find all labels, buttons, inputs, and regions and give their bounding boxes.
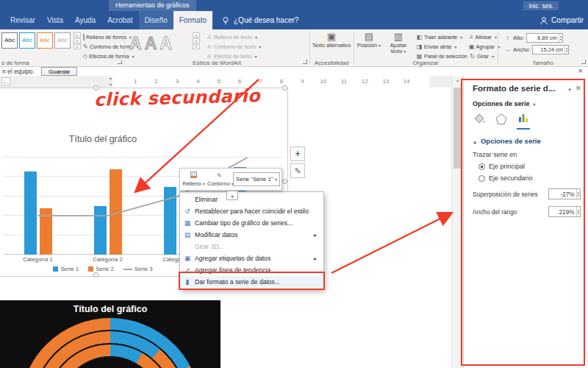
contextual-ribbon-tabs: DiseñoFormato bbox=[139, 11, 212, 29]
series-combo-dropdown-button[interactable] bbox=[226, 191, 238, 200]
chart-styles-button[interactable] bbox=[290, 163, 305, 178]
width-input[interactable]: 15,24 cm▴▾ bbox=[532, 45, 569, 54]
gallery-scroll-buttons[interactable]: ▴▾▾ bbox=[74, 32, 81, 49]
fill-button[interactable]: Relleno bbox=[182, 171, 206, 188]
height-label: Alto: bbox=[513, 35, 524, 41]
shape-style-sample[interactable]: Abc bbox=[54, 32, 71, 49]
context-menu-item-label: Agregar etiquetas de datos bbox=[195, 255, 314, 262]
sunburst-title: Título del gráfico bbox=[0, 304, 220, 314]
chart-legend[interactable]: Serie 1Serie 2Serie 3 bbox=[0, 266, 206, 272]
tab-selector-icon[interactable] bbox=[1, 77, 10, 86]
selection-handle[interactable] bbox=[282, 85, 287, 91]
save-button[interactable]: Guardar bbox=[41, 67, 77, 76]
dialog-launcher-icon[interactable] bbox=[303, 60, 307, 64]
chart-elements-button[interactable] bbox=[290, 146, 305, 161]
rotate-icon bbox=[469, 53, 476, 60]
context-menu-item[interactable]: Eliminar bbox=[180, 194, 323, 205]
context-menu-item[interactable]: ↺Restablecer para hacer coincidir el est… bbox=[180, 205, 323, 217]
person-icon bbox=[539, 16, 548, 25]
gallery-down-icon: ▾ bbox=[193, 38, 200, 43]
indent-marker-bottom-icon[interactable]: ▴ bbox=[110, 81, 112, 86]
annotation-highlight-pane bbox=[461, 79, 585, 366]
alt-text-icon bbox=[312, 31, 351, 43]
dialog-launcher-icon[interactable] bbox=[581, 60, 586, 64]
shape-outline-button[interactable]: Contorno de forma bbox=[83, 42, 123, 51]
tab-formato[interactable]: Formato bbox=[173, 11, 212, 29]
bring-forward-button[interactable]: Traer adelante bbox=[416, 32, 467, 41]
close-icon[interactable]: × bbox=[578, 67, 583, 75]
alt-text-button[interactable]: Texto alternativo bbox=[312, 31, 351, 49]
text-effects-icon: A bbox=[206, 53, 212, 60]
context-menu-item-label: Modificar datos bbox=[195, 231, 314, 238]
spinner[interactable]: ▴▾ bbox=[564, 46, 568, 54]
send-backward-button[interactable]: Enviar atrás bbox=[416, 42, 467, 51]
wrap-text-button[interactable]: Ajustar texto bbox=[384, 31, 413, 54]
ribbon-tab-row: RevisarVistaAyudaAcrobat DiseñoFormato ¿… bbox=[0, 11, 588, 29]
group-label: s de forma bbox=[0, 60, 123, 66]
context-menu-item-label: Restablecer para hacer coincidir el esti… bbox=[195, 208, 314, 215]
tab-diseño[interactable]: Diseño bbox=[139, 11, 173, 29]
position-button[interactable]: Posición bbox=[356, 31, 382, 49]
submenu-arrow-icon bbox=[314, 231, 320, 238]
group-label: Tamaño bbox=[498, 60, 587, 66]
shape-style-gallery: AbcAbcAbcAbc bbox=[1, 32, 71, 49]
submenu-arrow-icon bbox=[314, 255, 320, 262]
shape-style-sample[interactable]: Abc bbox=[37, 32, 53, 49]
series-combo[interactable]: Serie "Serie 1" bbox=[233, 172, 280, 186]
tab-ayuda[interactable]: Ayuda bbox=[69, 11, 101, 29]
ruler-numbers: 1234567891011121314 bbox=[125, 76, 417, 88]
wordart-style-sample[interactable]: A bbox=[145, 31, 157, 56]
ruler-number: 2 bbox=[146, 76, 166, 88]
ruler-number: 1 bbox=[125, 76, 146, 88]
context-menu-item[interactable]: ▤Modificar datos bbox=[180, 229, 323, 241]
change-chart-type-icon: ▦ bbox=[180, 219, 195, 227]
ruler-number: 8 bbox=[271, 76, 292, 88]
ribbon: AbcAbcAbcAbc ▴▾▾ Relleno de forma Contor… bbox=[0, 29, 588, 67]
category-label: Categoría 1 bbox=[3, 256, 73, 263]
group-button[interactable]: Agrupar bbox=[469, 42, 497, 51]
shape-fill-button[interactable]: Relleno de forma bbox=[83, 32, 123, 41]
wordart-style-sample[interactable]: A bbox=[129, 31, 142, 56]
legend-label: Serie 2 bbox=[96, 266, 114, 272]
ruler-margin-right bbox=[429, 76, 451, 88]
ruler-number: 13 bbox=[376, 76, 396, 88]
shape-style-sample[interactable]: Abc bbox=[19, 32, 35, 49]
shape-styles-group: AbcAbcAbcAbc ▴▾▾ Relleno de forma Contor… bbox=[0, 29, 123, 66]
context-menu-item[interactable]: ▣Agregar etiquetas de datos bbox=[180, 252, 323, 264]
data-labels-icon: ▣ bbox=[180, 255, 195, 262]
legend-swatch bbox=[123, 269, 132, 270]
tab-vista[interactable]: Vista bbox=[41, 11, 69, 29]
sign-in-button[interactable]: Inic. ses. bbox=[523, 1, 559, 10]
selection-handle[interactable] bbox=[93, 272, 98, 277]
gallery-up-icon: ▴ bbox=[74, 32, 81, 38]
legend-item: Serie 1 bbox=[53, 266, 79, 272]
align-button[interactable]: Alinear bbox=[469, 32, 497, 41]
ruler-number: 11 bbox=[334, 76, 354, 88]
share-button[interactable]: Compartir bbox=[539, 11, 584, 29]
wordart-scroll-buttons[interactable]: ▴▾▾ bbox=[193, 32, 200, 49]
context-menu-item[interactable]: Girar 3D... bbox=[180, 241, 323, 252]
context-menu-item[interactable]: ▦Cambiar tipo de gráfico de series... bbox=[180, 217, 323, 229]
category-label: Categoría 2 bbox=[73, 256, 143, 263]
context-menu-item-label: Cambiar tipo de gráfico de series... bbox=[195, 219, 314, 227]
text-outline-button[interactable]: AContorno de texto bbox=[206, 42, 279, 51]
chart-title[interactable]: Título del gráfico bbox=[0, 134, 206, 144]
shape-style-sample[interactable]: Abc bbox=[1, 32, 18, 49]
height-input[interactable]: 8,89 cm▴▾ bbox=[526, 33, 563, 43]
dialog-launcher-icon[interactable] bbox=[118, 60, 122, 64]
text-fill-button[interactable]: ARelleno de texto bbox=[206, 32, 279, 41]
tab-revisar[interactable]: Revisar bbox=[4, 11, 41, 29]
sunburst-chart[interactable]: Título del gráfico bbox=[0, 300, 220, 368]
tab-acrobat[interactable]: Acrobat bbox=[101, 11, 138, 29]
accessibility-group: Texto alternativo Accesibilidad bbox=[310, 29, 353, 66]
indent-marker-top-icon[interactable]: ▾ bbox=[110, 76, 112, 81]
outline-button[interactable]: ✎ Contorno bbox=[207, 171, 232, 188]
send-backward-icon bbox=[416, 43, 423, 50]
wordart-style-sample[interactable]: A bbox=[159, 31, 172, 56]
align-icon bbox=[469, 34, 474, 40]
spinner[interactable]: ▴▾ bbox=[559, 34, 562, 42]
legend-label: Serie 3 bbox=[135, 266, 153, 272]
tell-me-box[interactable]: ¿Qué desea hacer? bbox=[212, 11, 307, 29]
legend-swatch bbox=[88, 266, 93, 272]
selection-handle[interactable] bbox=[282, 179, 287, 184]
